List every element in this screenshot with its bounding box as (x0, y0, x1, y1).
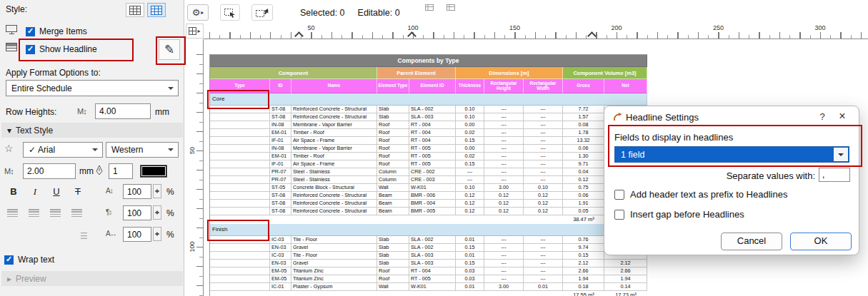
table-cell[interactable]: 13.32 (563, 137, 604, 145)
table-cell[interactable]: 0.00 (456, 145, 484, 153)
table-cell[interactable]: 0.05 (563, 208, 604, 215)
table-cell[interactable]: 9.74 (563, 244, 604, 252)
table-cell[interactable]: 0.04 (563, 168, 604, 176)
table-cell[interactable]: 0.12 (524, 208, 563, 215)
table-cell[interactable]: Reinforced Concrete - Structural (291, 208, 377, 215)
table-cell[interactable]: --- (524, 160, 563, 168)
table-cell[interactable]: IN-08 (270, 121, 291, 129)
underline-button[interactable]: U (49, 185, 64, 199)
table-cell[interactable]: Timber - Roof (291, 129, 377, 137)
table-cell[interactable]: 7.72 (563, 106, 604, 113)
table-cell[interactable] (210, 192, 270, 200)
table-cell[interactable] (210, 113, 270, 121)
table-cell[interactable]: Roof (377, 137, 409, 145)
table-cell[interactable]: --- (524, 129, 563, 137)
table-cell[interactable]: IC-03 (270, 236, 291, 244)
table-cell[interactable]: 1.94 (563, 275, 604, 283)
ok-button[interactable]: OK (790, 233, 852, 250)
table-cell[interactable]: 0.14 (604, 283, 647, 291)
table-cell[interactable] (210, 184, 270, 192)
table-cell[interactable]: --- (484, 121, 524, 129)
table-cell[interactable]: Wall (377, 184, 409, 192)
table-cell[interactable]: 0.08 (563, 121, 604, 129)
table-cell[interactable]: IF-01 (270, 137, 291, 145)
table-cell[interactable]: ST-08 (270, 208, 291, 215)
group-header[interactable]: Dimensions [m] (456, 67, 563, 79)
char-height-input[interactable] (123, 184, 151, 199)
table-cell[interactable] (210, 137, 270, 145)
column-header[interactable]: Type (210, 79, 270, 93)
table-cell[interactable]: ST-08 (270, 113, 291, 121)
column-header[interactable]: Element ID (409, 79, 456, 93)
table-cell[interactable]: --- (524, 275, 563, 283)
header-style-grid-button[interactable] (126, 3, 144, 17)
table-cell[interactable]: 0.10 (456, 184, 484, 192)
font-select[interactable]: ✓ Arial (23, 142, 103, 158)
table-cell[interactable]: Roof (377, 153, 409, 160)
table-cell[interactable]: Beam (377, 192, 409, 200)
uniform-style-grid-button[interactable] (147, 3, 166, 17)
table-cell[interactable]: CRE - 003 (409, 176, 456, 184)
table-cell[interactable]: Wall (377, 283, 409, 291)
table-cell[interactable]: Steel - Stainless (291, 168, 377, 176)
table-cell[interactable]: 3.00 (484, 283, 524, 291)
table-cell[interactable]: Slab (377, 260, 409, 267)
column-header[interactable]: ID (270, 79, 291, 93)
inject-settings-button[interactable] (251, 4, 273, 21)
table-cell[interactable]: Plaster - Gypsum (291, 283, 377, 291)
text-color-swatch[interactable] (140, 165, 167, 178)
table-cell[interactable]: EM-01 (270, 129, 291, 137)
table-cell[interactable]: --- (524, 252, 563, 260)
column-header[interactable]: Thickness (456, 79, 484, 93)
table-cell[interactable]: 0.12 (456, 192, 484, 200)
table-cell[interactable]: Air Space - Frame (291, 137, 377, 145)
table-cell[interactable]: 0.12 (563, 176, 604, 184)
ruler-origin-button[interactable]: ▸ (186, 24, 204, 39)
table-cell[interactable]: Slab (377, 106, 409, 113)
table-cell[interactable]: 0.02 (456, 129, 484, 137)
table-cell[interactable]: --- (484, 244, 524, 252)
line-spacing-input[interactable] (123, 205, 151, 220)
table-cell[interactable]: --- (484, 106, 524, 113)
table-cell[interactable]: RT - 004 (409, 121, 456, 129)
pen-number-input[interactable] (109, 163, 133, 179)
table-cell[interactable]: --- (484, 260, 524, 267)
table-cell[interactable]: ST-08 (270, 200, 291, 208)
table-cell[interactable]: --- (524, 121, 563, 129)
table-cell[interactable]: Steel - Stainless (291, 176, 377, 184)
table-cell[interactable]: Gravel (291, 244, 377, 252)
table-cell[interactable]: --- (484, 145, 524, 153)
table-cell[interactable]: --- (524, 113, 563, 121)
table-cell[interactable]: RT - 004 (409, 137, 456, 145)
table-cell[interactable]: EM-01 (270, 153, 291, 160)
table-cell[interactable]: 1.57 (563, 113, 604, 121)
headline-row-core[interactable]: Core (210, 93, 647, 106)
table-cell[interactable]: --- (456, 168, 484, 176)
bold-button[interactable]: B (6, 185, 21, 199)
table-cell[interactable]: 2.66 (604, 267, 647, 275)
table-cell[interactable]: Reinforced Concrete - Structural (291, 192, 377, 200)
table-cell[interactable]: --- (484, 252, 524, 260)
column-header[interactable]: Name (291, 79, 377, 93)
table-cell[interactable]: Beam (377, 200, 409, 208)
table-cell[interactable] (210, 153, 270, 160)
table-cell[interactable]: Roof (377, 145, 409, 153)
table-cell[interactable]: 2.12 (563, 260, 604, 267)
table-cell[interactable]: 1.78 (563, 129, 604, 137)
table-cell[interactable]: EN-03 (270, 244, 291, 252)
table-cell[interactable]: --- (524, 168, 563, 176)
table-cell[interactable]: Gravel (291, 260, 377, 267)
table-cell[interactable]: RT - 004 (409, 267, 456, 275)
table-cell[interactable] (210, 168, 270, 176)
table-cell[interactable]: EM-05 (270, 267, 291, 275)
table-cell[interactable] (210, 283, 270, 291)
table-cell[interactable] (210, 275, 270, 283)
table-cell[interactable]: 0.03 (456, 267, 484, 275)
table-cell[interactable]: Membrane - Vapor Barrier (291, 121, 377, 129)
table-cell[interactable]: --- (524, 106, 563, 113)
table-cell[interactable]: Roof (377, 121, 409, 129)
table-cell[interactable]: 0.15 (456, 160, 484, 168)
separator-input[interactable] (819, 168, 850, 182)
table-cell[interactable]: 0.15 (456, 244, 484, 252)
table-cell[interactable]: 0.75 (563, 184, 604, 192)
